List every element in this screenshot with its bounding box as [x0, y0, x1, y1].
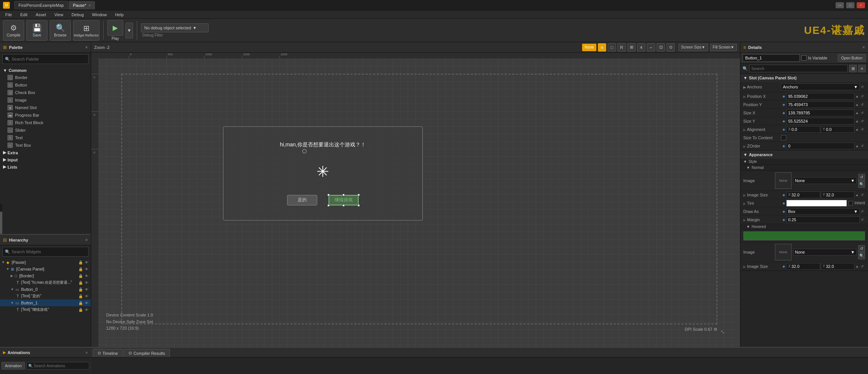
size-x-arrow[interactable]: ▲	[854, 110, 860, 116]
handle-br[interactable]	[358, 204, 360, 207]
palette-search-input[interactable]	[12, 57, 86, 61]
inherit-checkbox[interactable]	[848, 201, 853, 205]
palette-item-button[interactable]: ▭ Button	[0, 81, 91, 89]
vp-btn-r[interactable]: R	[617, 43, 626, 52]
palette-item-slider[interactable]: — Slider	[0, 126, 91, 134]
draw-as-dropdown[interactable]: Box ▼	[786, 208, 860, 215]
hierarchy-search-input[interactable]	[12, 249, 86, 254]
handle-bl[interactable]	[327, 204, 330, 207]
size-to-content-checkbox[interactable]	[781, 135, 786, 140]
vp-btn-border[interactable]: □	[608, 43, 616, 52]
resize-handle[interactable]: ⤡	[720, 329, 725, 335]
alignment-arrow[interactable]: ▲	[854, 127, 860, 132]
tab-pause-close[interactable]: ×	[89, 3, 91, 8]
palette-scroll-thumb[interactable]	[0, 211, 2, 234]
hier-item-button0[interactable]: ▼ ▭ Button_0 🔒 👁	[0, 286, 91, 293]
anchors-reset[interactable]: ↺	[860, 84, 865, 90]
is-variable-check[interactable]: Is Variable	[801, 55, 827, 61]
position-x-value[interactable]: 95.039062	[786, 93, 854, 100]
image-browse-btn[interactable]: ↺	[858, 174, 865, 181]
details-close[interactable]: ×	[862, 45, 865, 50]
play-dropdown-button[interactable]: ▼	[125, 23, 133, 38]
margin-reset[interactable]: ↺	[860, 217, 865, 222]
eye-icon[interactable]: 👁	[84, 260, 89, 265]
browse-button[interactable]: 🔍 Browse	[50, 20, 71, 41]
hovered-size-arrow[interactable]: ▲	[854, 264, 860, 269]
hovered-size-x-val[interactable]: X 32.0	[786, 263, 820, 270]
hovered-browse-btn[interactable]: ↺	[858, 245, 865, 252]
vp-btn-snap[interactable]: ⊡	[657, 43, 665, 52]
palette-close[interactable]: ×	[85, 45, 88, 50]
menu-asset[interactable]: Asset	[32, 12, 50, 18]
image-type-dropdown[interactable]: None ▼	[793, 177, 857, 184]
save-button[interactable]: 💾 Save	[26, 20, 47, 41]
palette-item-progress-bar[interactable]: ▬ Progress Bar	[0, 111, 91, 119]
draw-as-reset[interactable]: ↺	[860, 209, 865, 214]
play-button[interactable]: ▶	[107, 20, 123, 36]
tab-timeline[interactable]: ⊙ Timeline	[93, 349, 123, 357]
palette-category-extra[interactable]: ▶ Extra	[0, 149, 91, 156]
palette-item-image[interactable]: ▪ Image	[0, 96, 91, 104]
position-y-arrow[interactable]: ▲	[854, 102, 860, 107]
minimize-button[interactable]: —	[836, 2, 844, 8]
widget-reflector-button[interactable]: ⊞ Widget Reflector	[73, 20, 99, 41]
palette-item-named-slot[interactable]: ◈ Named Slot	[0, 104, 91, 111]
text-himan-eye[interactable]: 👁	[84, 280, 89, 285]
text-shide-lock[interactable]: 🔒	[78, 293, 83, 299]
palette-item-checkbox[interactable]: ☑ Check Box	[0, 89, 91, 96]
dpi-settings-icon[interactable]: ⚙	[714, 327, 717, 331]
palette-item-text[interactable]: T Text	[0, 134, 91, 141]
palette-scrollbar[interactable]	[0, 204, 2, 234]
hier-item-button1[interactable]: ▼ ▭ Button_1 🔒 👁	[0, 300, 91, 306]
text-himan-lock[interactable]: 🔒	[78, 280, 83, 285]
size-y-reset[interactable]: ↺	[860, 119, 865, 124]
btn0-eye[interactable]: 👁	[84, 287, 89, 292]
close-button[interactable]: ×	[857, 2, 865, 8]
vp-btn-arrow[interactable]: ↔	[647, 43, 655, 52]
hier-item-text-shide[interactable]: T [Text] "是的" 🔒 👁	[0, 293, 91, 300]
border-lock-icon[interactable]: 🔒	[78, 273, 83, 278]
position-x-arrow[interactable]: ▲	[854, 94, 860, 99]
open-button-label[interactable]: Open Button	[838, 54, 866, 62]
details-view-toggle[interactable]: ⊞	[849, 65, 857, 72]
menu-debug[interactable]: Debug	[68, 12, 87, 18]
fill-screen-btn[interactable]: Fill Screen▼	[710, 44, 737, 51]
slot-header[interactable]: ▼ Slot (Canvas Panel Slot)	[740, 74, 868, 82]
hierarchy-search-box[interactable]: 🔍	[2, 247, 89, 257]
btn1-lock[interactable]: 🔒	[78, 300, 83, 306]
screen-size-label[interactable]: Screen Size▼	[679, 44, 708, 51]
hier-item-border[interactable]: ▶ □ [Border] 🔒 👁	[0, 272, 91, 279]
tab-pause[interactable]: Pause* ×	[69, 1, 95, 9]
hier-item-pause[interactable]: ▼ ◆ [Pause] 🔒 👁	[0, 259, 91, 266]
hier-item-canvas[interactable]: ▼ ⊞ [Canvas Panel] 🔒 👁	[0, 266, 91, 272]
zorder-value[interactable]: 0	[786, 143, 854, 149]
hovered-clear-btn[interactable]: 🔍	[858, 252, 865, 259]
animation-search[interactable]: 🔍	[26, 362, 89, 369]
vp-btn-fill[interactable]: ■	[598, 43, 606, 52]
menu-view[interactable]: View	[50, 12, 67, 18]
image-size-reset[interactable]: ↺	[860, 192, 865, 198]
size-y-arrow[interactable]: ▲	[854, 119, 860, 124]
image-size-arrow[interactable]: ▲	[854, 192, 860, 198]
alignment-x-val[interactable]: X 0.0	[786, 126, 820, 133]
details-expand-all[interactable]: ≡	[858, 65, 866, 72]
menu-edit[interactable]: Edit	[17, 12, 31, 18]
debug-object-dropdown[interactable]: No debug object selected ▼	[141, 23, 209, 32]
widget-name-input[interactable]	[743, 54, 800, 62]
hovered-type-dropdown[interactable]: None ▼	[793, 249, 857, 255]
handle-tm[interactable]	[342, 194, 345, 196]
dialog-widget[interactable]: hi,man,你是否想要退出这个游戏？！ ✳ 是的 继续游戏	[223, 126, 423, 220]
btn-shide[interactable]: 是的	[287, 195, 317, 205]
compile-button[interactable]: ⚙ Compile	[3, 20, 24, 41]
palette-search-box[interactable]: 🔍	[2, 54, 89, 64]
palette-category-lists[interactable]: ▶ Lists	[0, 163, 91, 170]
animation-button[interactable]: Animation	[2, 362, 25, 369]
menu-file[interactable]: File	[2, 12, 16, 18]
hovered-color-swatch[interactable]	[743, 231, 865, 240]
alignment-reset[interactable]: ↺	[860, 127, 865, 132]
palette-item-border[interactable]: □ Border	[0, 74, 91, 81]
text-shide-eye[interactable]: 👁	[84, 293, 89, 299]
size-x-value[interactable]: 139.789795	[786, 109, 854, 116]
hier-item-text-himan[interactable]: T [Text] "hi,man,你是否想要退..." 🔒 👁	[0, 279, 91, 286]
lock-icon[interactable]: 🔒	[78, 260, 83, 265]
